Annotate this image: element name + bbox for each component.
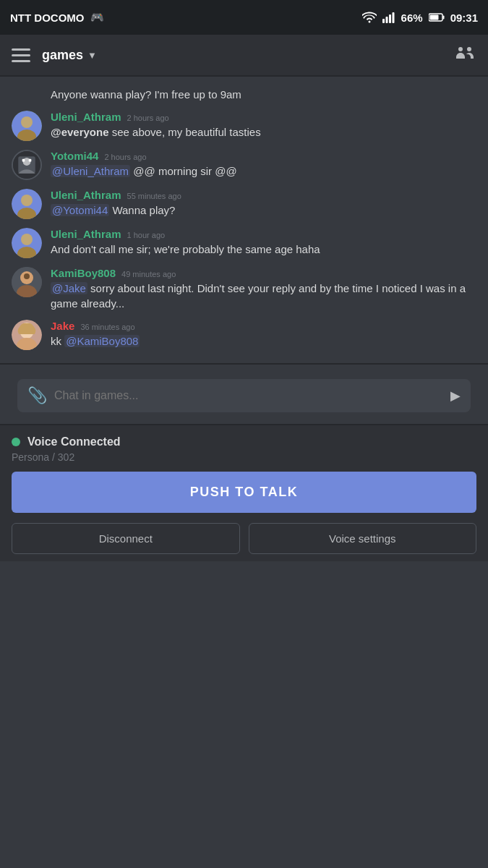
message-input[interactable] xyxy=(54,389,443,402)
avatar xyxy=(12,111,42,141)
timestamp: 2 hours ago xyxy=(127,114,169,122)
table-row: Jake 36 minutes ago kk @KamiBoy808 xyxy=(0,315,488,354)
table-row: Uleni_Athram 1 hour ago And don't call m… xyxy=(0,224,488,263)
message-input-area: 📎 ▶ xyxy=(17,379,471,412)
svg-rect-5 xyxy=(442,16,444,20)
message-text: Anyone wanna play? I'm free up to 9am xyxy=(51,87,476,102)
header-right xyxy=(453,43,476,68)
app-header: games ▼ xyxy=(0,35,488,77)
message-header: Uleni_Athram 55 minutes ago xyxy=(51,189,476,201)
svg-rect-13 xyxy=(22,159,25,162)
svg-rect-1 xyxy=(385,17,388,23)
mention-user: @KamiBoy808 xyxy=(64,335,140,347)
signal-icon xyxy=(382,12,395,23)
status-bar: NTT DOCOMO 🎮 66% 09:31 xyxy=(0,0,488,35)
username: Uleni_Athram xyxy=(51,111,121,123)
message-content: Jake 36 minutes ago kk @KamiBoy808 xyxy=(51,320,476,349)
avatar xyxy=(12,320,42,350)
message-text: @everyone see above, my beautiful tastie… xyxy=(51,124,476,140)
mention-user: @Uleni_Athram xyxy=(51,165,130,177)
username: Jake xyxy=(51,320,74,332)
username: Yotomi44 xyxy=(51,150,98,162)
time-text: 09:31 xyxy=(450,12,478,24)
avatar xyxy=(12,267,42,297)
message-header: Jake 36 minutes ago xyxy=(51,320,476,332)
input-container: 📎 ▶ xyxy=(0,367,488,424)
voice-channel-info: Persona / 302 xyxy=(12,451,476,463)
channel-name[interactable]: games ▼ xyxy=(42,48,97,63)
mention-user: @Jake xyxy=(51,282,87,294)
status-left: NTT DOCOMO 🎮 xyxy=(10,11,104,24)
battery-text: 66% xyxy=(401,12,423,24)
voice-connected-label: Voice Connected xyxy=(27,435,121,448)
svg-rect-0 xyxy=(382,19,385,23)
hamburger-menu[interactable] xyxy=(12,48,30,62)
timestamp: 1 hour ago xyxy=(127,231,166,239)
message-text: @Jake sorry about last night. Didn't see… xyxy=(51,281,476,311)
message-header: KamiBoy808 49 minutes ago xyxy=(51,267,476,279)
attach-icon[interactable]: 📎 xyxy=(27,386,47,405)
table-row: Uleni_Athram 55 minutes ago @Yotomi44 Wa… xyxy=(0,184,488,224)
message-header: Yotomi44 2 hours ago xyxy=(51,150,476,162)
discord-status-icon: 🎮 xyxy=(90,11,104,24)
message-header: Uleni_Athram 1 hour ago xyxy=(51,228,476,240)
svg-rect-2 xyxy=(389,14,391,23)
message-content: KamiBoy808 49 minutes ago @Jake sorry ab… xyxy=(51,267,476,311)
timestamp: 55 minutes ago xyxy=(127,192,181,200)
chat-area: Anyone wanna play? I'm free up to 9am Ul… xyxy=(0,77,488,360)
send-icon[interactable]: ▶ xyxy=(450,388,461,404)
message-header: Uleni_Athram 2 hours ago xyxy=(51,111,476,123)
svg-rect-6 xyxy=(429,15,438,20)
message-continuation: Anyone wanna play? I'm free up to 9am xyxy=(0,82,488,106)
push-to-talk-button[interactable]: PUSH TO TALK xyxy=(12,472,476,513)
voice-section: Voice Connected Persona / 302 PUSH TO TA… xyxy=(0,424,488,561)
table-row: Yotomi44 2 hours ago @Uleni_Athram @@ mo… xyxy=(0,145,488,184)
message-content: Uleni_Athram 1 hour ago And don't call m… xyxy=(51,228,476,257)
mention-everyone: @everyone xyxy=(51,126,109,138)
message-text: And don't call me sir; we're probably th… xyxy=(51,242,476,257)
voice-action-buttons: Disconnect Voice settings xyxy=(12,523,476,554)
message-text: @Yotomi44 Wanna play? xyxy=(51,203,476,218)
status-right: 66% 09:31 xyxy=(362,12,478,24)
battery-icon xyxy=(429,13,445,22)
carrier-text: NTT DOCOMO xyxy=(10,12,85,24)
channel-dropdown-icon: ▼ xyxy=(87,50,97,61)
voice-status-dot xyxy=(12,438,20,446)
message-text: @Uleni_Athram @@ morning sir @@ xyxy=(51,163,476,179)
timestamp: 2 hours ago xyxy=(104,153,146,161)
voice-settings-button[interactable]: Voice settings xyxy=(249,523,477,554)
message-content: Yotomi44 2 hours ago @Uleni_Athram @@ mo… xyxy=(51,150,476,179)
svg-point-24 xyxy=(24,273,30,279)
svg-rect-14 xyxy=(29,159,32,162)
svg-point-8 xyxy=(21,116,33,128)
avatar xyxy=(12,150,42,180)
table-row: KamiBoy808 49 minutes ago @Jake sorry ab… xyxy=(0,263,488,315)
message-content: Uleni_Athram 55 minutes ago @Yotomi44 Wa… xyxy=(51,189,476,218)
wifi-icon xyxy=(362,12,377,23)
message-content: Uleni_Athram 2 hours ago @everyone see a… xyxy=(51,111,476,140)
message-text: kk @KamiBoy808 xyxy=(51,333,476,349)
username: Uleni_Athram xyxy=(51,228,121,240)
svg-point-16 xyxy=(21,195,33,206)
timestamp: 49 minutes ago xyxy=(121,270,176,278)
voice-connected-indicator: Voice Connected xyxy=(12,435,476,448)
svg-rect-3 xyxy=(392,12,394,23)
svg-point-19 xyxy=(21,234,33,245)
header-left: games ▼ xyxy=(12,48,97,63)
members-button[interactable] xyxy=(453,43,476,68)
avatar xyxy=(12,189,42,219)
table-row: Uleni_Athram 2 hours ago @everyone see a… xyxy=(0,106,488,145)
svg-point-12 xyxy=(23,158,31,166)
username: KamiBoy808 xyxy=(51,267,116,279)
timestamp: 36 minutes ago xyxy=(80,323,134,331)
mention-user: @Yotomi44 xyxy=(51,204,109,216)
avatar xyxy=(12,228,42,258)
username: Uleni_Athram xyxy=(51,189,121,201)
disconnect-button[interactable]: Disconnect xyxy=(12,523,240,554)
